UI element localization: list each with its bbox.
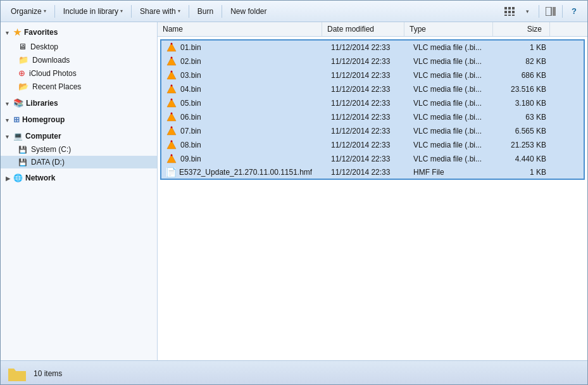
svg-rect-1	[508, 7, 511, 9]
sidebar-item-desktop[interactable]: 🖥 Desktop	[1, 40, 157, 53]
file-date: 11/12/2014 22:33	[326, 56, 408, 67]
svg-rect-8	[512, 15, 515, 16]
help-icon: ?	[572, 6, 577, 16]
table-row[interactable]: 02.bin11/12/2014 22:33VLC media file (.b…	[161, 54, 584, 68]
view-chevron-icon: ▾	[526, 8, 529, 15]
table-row[interactable]: 06.bin11/12/2014 22:33VLC media file (.b…	[161, 110, 584, 124]
homegroup-icon: ⊞	[13, 115, 20, 124]
file-date: 11/12/2014 22:33	[326, 111, 408, 123]
file-name: 04.bin	[180, 85, 201, 94]
homegroup-expand-icon: ▾	[6, 117, 11, 122]
file-date: 11/12/2014 22:33	[326, 84, 408, 95]
svg-marker-57	[8, 369, 26, 381]
file-name: 03.bin	[180, 71, 201, 80]
file-size: 1 KB	[497, 42, 554, 53]
view-options-button[interactable]	[501, 4, 518, 19]
file-size: 1 KB	[497, 167, 554, 178]
desktop-label: Desktop	[30, 42, 58, 51]
file-type: VLC media file (.bi...	[408, 125, 497, 137]
file-name: 06.bin	[180, 113, 201, 122]
file-date: 11/12/2014 22:33	[326, 70, 408, 81]
table-row[interactable]: 01.bin11/12/2014 22:33VLC media file (.b…	[161, 41, 584, 54]
hmf-icon: 📄	[166, 168, 175, 177]
sidebar-item-recent[interactable]: 📂 Recent Places	[1, 80, 157, 93]
help-button[interactable]: ?	[566, 4, 582, 19]
file-name: 05.bin	[180, 99, 201, 108]
favorites-expand-icon: ▾	[6, 30, 11, 35]
file-size: 82 KB	[497, 56, 554, 67]
file-size: 21.253 KB	[497, 139, 554, 151]
sidebar-libraries-header[interactable]: ▾ 📚 Libraries	[1, 96, 157, 110]
file-size: 686 KB	[497, 70, 554, 81]
svg-rect-2	[512, 7, 515, 9]
recent-icon: 📂	[18, 82, 28, 91]
view-grid-icon	[504, 7, 515, 16]
organize-button[interactable]: Organize ▾	[6, 5, 51, 18]
sidebar-item-downloads[interactable]: 📁 Downloads	[1, 53, 157, 66]
preview-pane-button[interactable]	[542, 4, 559, 19]
file-date: 11/12/2014 22:33	[326, 42, 408, 53]
file-type: VLC media file (.bi...	[408, 70, 497, 81]
vlc-icon	[166, 84, 177, 94]
new-folder-button[interactable]: New folder	[225, 5, 272, 18]
svg-point-40	[171, 113, 173, 115]
sidebar-item-icloud[interactable]: ⊕ iCloud Photos	[1, 66, 157, 80]
file-size: 63 KB	[497, 111, 554, 123]
share-with-button[interactable]: Share with ▾	[135, 5, 185, 18]
file-name: 09.bin	[180, 155, 201, 163]
sidebar-homegroup-header[interactable]: ▾ ⊞ Homegroup	[1, 113, 157, 127]
svg-rect-4	[508, 11, 511, 13]
sidebar-favorites-header[interactable]: ▾ ★ Favorites	[1, 25, 157, 40]
sidebar-item-system-c[interactable]: 💾 System (C:)	[1, 143, 157, 156]
recent-label: Recent Places	[32, 82, 81, 91]
vlc-icon	[166, 112, 177, 122]
column-header-name[interactable]: Name	[158, 22, 322, 36]
toolbar: Organize ▾ Include in library ▾ Share wi…	[1, 1, 587, 22]
include-library-button[interactable]: Include in library ▾	[58, 5, 128, 18]
svg-rect-5	[512, 11, 515, 13]
computer-icon: 💻	[13, 132, 23, 141]
column-header-type[interactable]: Type	[404, 22, 493, 36]
svg-rect-0	[504, 7, 507, 9]
icloud-label: iCloud Photos	[29, 69, 77, 78]
table-row[interactable]: 05.bin11/12/2014 22:33VLC media file (.b…	[161, 96, 584, 110]
libraries-label: Libraries	[26, 99, 58, 108]
file-type: VLC media file (.bi...	[408, 56, 497, 67]
network-expand-icon: ▶	[6, 175, 11, 180]
file-selection-box: 01.bin11/12/2014 22:33VLC media file (.b…	[160, 39, 585, 180]
organize-label: Organize	[11, 7, 42, 16]
burn-button[interactable]: Burn	[192, 5, 218, 18]
vlc-icon	[166, 98, 177, 108]
table-row[interactable]: 08.bin11/12/2014 22:33VLC media file (.b…	[161, 138, 584, 152]
favorites-star-icon: ★	[13, 27, 22, 37]
svg-point-55	[171, 155, 173, 156]
table-row[interactable]: 📄E5372_Update_21.270.11.00.1151.hmf11/12…	[161, 166, 584, 179]
sidebar-item-data-d[interactable]: 💾 DATA (D:)	[1, 156, 157, 168]
statusbar: 10 items	[1, 360, 587, 385]
view-dropdown-button[interactable]: ▾	[519, 4, 535, 19]
file-name: 08.bin	[180, 141, 201, 149]
column-header-size[interactable]: Size	[493, 22, 550, 36]
sidebar-network-header[interactable]: ▶ 🌐 Network	[1, 171, 157, 185]
file-size: 6.565 KB	[497, 125, 554, 137]
file-list-header: Name Date modified Type Size	[158, 22, 587, 37]
toolbar-right: ▾ ?	[501, 4, 582, 19]
table-row[interactable]: 03.bin11/12/2014 22:33VLC media file (.b…	[161, 68, 584, 82]
sidebar-computer-header[interactable]: ▾ 💻 Computer	[1, 129, 157, 143]
svg-rect-9	[546, 7, 551, 16]
item-count: 10 items	[34, 369, 62, 378]
main-container: ▾ ★ Favorites 🖥 Desktop 📁 Downloads ⊕ iC…	[1, 22, 587, 360]
downloads-icon: 📁	[18, 55, 28, 65]
file-name: 07.bin	[180, 127, 201, 136]
file-date: 11/12/2014 22:33	[326, 139, 408, 151]
table-row[interactable]: 07.bin11/12/2014 22:33VLC media file (.b…	[161, 124, 584, 138]
toolbar-separator-4	[222, 5, 222, 18]
column-header-date[interactable]: Date modified	[322, 22, 404, 36]
table-row[interactable]: 04.bin11/12/2014 22:33VLC media file (.b…	[161, 82, 584, 96]
organize-chevron-icon: ▾	[44, 8, 46, 14]
vlc-icon	[166, 126, 177, 136]
file-type: VLC media file (.bi...	[408, 139, 497, 151]
toolbar-separator-3	[189, 5, 189, 18]
table-row[interactable]: 09.bin11/12/2014 22:33VLC media file (.b…	[161, 152, 584, 166]
file-list: Name Date modified Type Size 01.bin11/12…	[158, 22, 587, 360]
